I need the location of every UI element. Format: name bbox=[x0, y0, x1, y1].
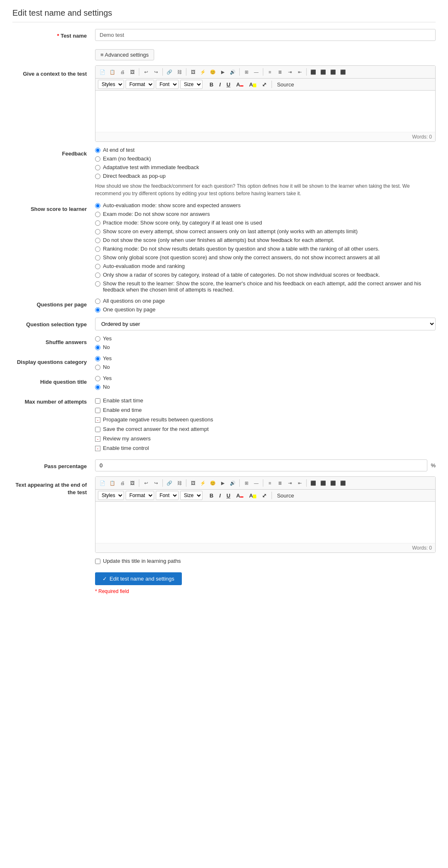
feedback-option-2[interactable]: Exam (no feedback) bbox=[95, 155, 436, 162]
end-ol-icon[interactable]: ≣ bbox=[275, 478, 284, 488]
end-print-icon[interactable]: 🖨 bbox=[118, 478, 127, 488]
end-italic-button[interactable]: I bbox=[217, 492, 223, 500]
end-font-select[interactable]: Font bbox=[156, 491, 179, 500]
size-select[interactable]: Size bbox=[180, 80, 203, 89]
feedback-option-3[interactable]: Adaptative test with immediate feedback bbox=[95, 164, 436, 170]
shuffle-option-no[interactable]: No bbox=[95, 344, 436, 350]
underline-button[interactable]: U bbox=[224, 81, 232, 88]
feedback-option-1[interactable]: At end of test bbox=[95, 147, 436, 153]
score-option-10[interactable]: Show the result to the learner: Show the… bbox=[95, 280, 436, 293]
italic-button[interactable]: I bbox=[217, 81, 223, 88]
format-select[interactable]: Format bbox=[126, 80, 154, 89]
cb-review-answers[interactable]: - Review my answers bbox=[95, 435, 436, 442]
end-unlink-icon[interactable]: ⛓ bbox=[175, 478, 184, 488]
source-button[interactable]: Source bbox=[275, 81, 296, 88]
spellcheck-icon[interactable]: 🖼 bbox=[128, 67, 137, 77]
align-left-icon[interactable]: ⬛ bbox=[309, 67, 318, 77]
end-size-select[interactable]: Size bbox=[180, 491, 203, 500]
ol-icon[interactable]: ≣ bbox=[275, 67, 284, 77]
bold-button[interactable]: B bbox=[207, 81, 215, 88]
cb-update-title[interactable]: Update this title in learning paths bbox=[95, 558, 436, 564]
flash-icon[interactable]: ⚡ bbox=[198, 67, 207, 77]
end-outdent-icon[interactable]: ⇤ bbox=[295, 478, 304, 488]
score-option-3[interactable]: Practice mode: Show score only, by categ… bbox=[95, 220, 436, 226]
end-bold-button[interactable]: B bbox=[207, 492, 215, 500]
unlink-icon[interactable]: ⛓ bbox=[175, 67, 184, 77]
end-underline-button[interactable]: U bbox=[224, 492, 232, 500]
cb-enable-start-time[interactable]: Enable start time bbox=[95, 397, 436, 404]
font-color-button[interactable]: A▬ bbox=[234, 81, 245, 88]
score-option-9[interactable]: Only show a radar of scores by category,… bbox=[95, 272, 436, 278]
end-link-icon[interactable]: 🔗 bbox=[165, 478, 174, 488]
question-selection-select[interactable]: Ordered by user Random bbox=[95, 318, 436, 330]
end-redo-icon[interactable]: ↪ bbox=[151, 478, 160, 488]
score-option-8[interactable]: Auto-evaluation mode and ranking bbox=[95, 263, 436, 269]
ul-icon[interactable]: ≡ bbox=[265, 67, 274, 77]
feedback-option-4[interactable]: Direct feedback as pop-up bbox=[95, 173, 436, 179]
redo-icon[interactable]: ↪ bbox=[151, 67, 160, 77]
end-new-doc-icon[interactable]: 📄 bbox=[98, 478, 107, 488]
end-align-justify-icon[interactable]: ⬛ bbox=[338, 478, 348, 488]
table-icon[interactable]: ⊞ bbox=[242, 67, 251, 77]
print-icon[interactable]: 🖨 bbox=[118, 67, 127, 77]
end-flash-icon[interactable]: ⚡ bbox=[198, 478, 207, 488]
display-cat-yes[interactable]: Yes bbox=[95, 355, 436, 361]
end-align-left-icon[interactable]: ⬛ bbox=[309, 478, 318, 488]
maximize-button[interactable]: ⤢ bbox=[260, 81, 269, 88]
indent-icon[interactable]: ⇥ bbox=[285, 67, 294, 77]
score-option-5[interactable]: Do not show the score (only when user fi… bbox=[95, 237, 436, 243]
context-editor-body[interactable] bbox=[95, 91, 435, 132]
end-audio-icon[interactable]: 🔊 bbox=[228, 478, 237, 488]
hide-title-yes[interactable]: Yes bbox=[95, 375, 436, 381]
link-icon[interactable]: 🔗 bbox=[165, 67, 174, 77]
end-source-button[interactable]: Source bbox=[275, 492, 296, 500]
end-styles-select[interactable]: Styles bbox=[98, 491, 124, 500]
test-name-input[interactable] bbox=[95, 29, 436, 41]
score-option-6[interactable]: Ranking mode: Do not show results detail… bbox=[95, 246, 436, 252]
undo-icon[interactable]: ↩ bbox=[141, 67, 150, 77]
audio-icon[interactable]: 🔊 bbox=[228, 67, 237, 77]
video-icon[interactable]: ▶ bbox=[218, 67, 227, 77]
score-option-4[interactable]: Show score on every attempt, show correc… bbox=[95, 228, 436, 234]
cb-save-correct-answer[interactable]: Save the correct answer for the next att… bbox=[95, 426, 436, 432]
submit-button[interactable]: ✓ Edit test name and settings bbox=[95, 572, 182, 585]
end-maximize-button[interactable]: ⤢ bbox=[260, 492, 269, 500]
cb-propagate-negative[interactable]: - Propagate negative results between que… bbox=[95, 416, 436, 423]
font-select[interactable]: Font bbox=[156, 80, 179, 89]
end-image-icon[interactable]: 🖼 bbox=[188, 478, 198, 488]
pass-percentage-input[interactable] bbox=[95, 459, 427, 471]
end-format-select[interactable]: Format bbox=[126, 491, 154, 500]
cb-enable-end-time[interactable]: Enable end time bbox=[95, 407, 436, 413]
end-bg-color-button[interactable]: A▬ bbox=[247, 492, 258, 500]
end-spellcheck-icon[interactable]: 🖼 bbox=[128, 478, 137, 488]
qpp-option-2[interactable]: One question by page bbox=[95, 306, 436, 313]
open-icon[interactable]: 📋 bbox=[108, 67, 117, 77]
image-icon[interactable]: 🖼 bbox=[188, 67, 198, 77]
end-ul-icon[interactable]: ≡ bbox=[265, 478, 274, 488]
hr-icon[interactable]: — bbox=[252, 67, 261, 77]
styles-select[interactable]: Styles bbox=[98, 80, 124, 89]
score-option-7[interactable]: Show only global score (not question sco… bbox=[95, 254, 436, 261]
end-emoji-icon[interactable]: 😊 bbox=[208, 478, 217, 488]
end-hr-icon[interactable]: — bbox=[252, 478, 261, 488]
advanced-settings-button[interactable]: ≡ Advanced settings bbox=[95, 49, 154, 60]
new-doc-icon[interactable]: 📄 bbox=[98, 67, 107, 77]
end-video-icon[interactable]: ▶ bbox=[218, 478, 227, 488]
qpp-option-1[interactable]: All questions on one page bbox=[95, 298, 436, 304]
end-open-icon[interactable]: 📋 bbox=[108, 478, 117, 488]
cb-enable-time-control[interactable]: - Enable time control bbox=[95, 445, 436, 451]
display-cat-no[interactable]: No bbox=[95, 364, 436, 370]
align-right-icon[interactable]: ⬛ bbox=[329, 67, 338, 77]
shuffle-option-yes[interactable]: Yes bbox=[95, 335, 436, 342]
end-undo-icon[interactable]: ↩ bbox=[141, 478, 150, 488]
hide-title-no[interactable]: No bbox=[95, 384, 436, 390]
align-justify-icon[interactable]: ⬛ bbox=[338, 67, 348, 77]
end-align-right-icon[interactable]: ⬛ bbox=[329, 478, 338, 488]
end-editor-body[interactable] bbox=[95, 502, 435, 543]
end-indent-icon[interactable]: ⇥ bbox=[285, 478, 294, 488]
end-font-color-button[interactable]: A▬ bbox=[234, 492, 245, 500]
end-align-center-icon[interactable]: ⬛ bbox=[319, 478, 328, 488]
align-center-icon[interactable]: ⬛ bbox=[319, 67, 328, 77]
end-table-icon[interactable]: ⊞ bbox=[242, 478, 251, 488]
bg-color-button[interactable]: A▬ bbox=[247, 81, 258, 88]
